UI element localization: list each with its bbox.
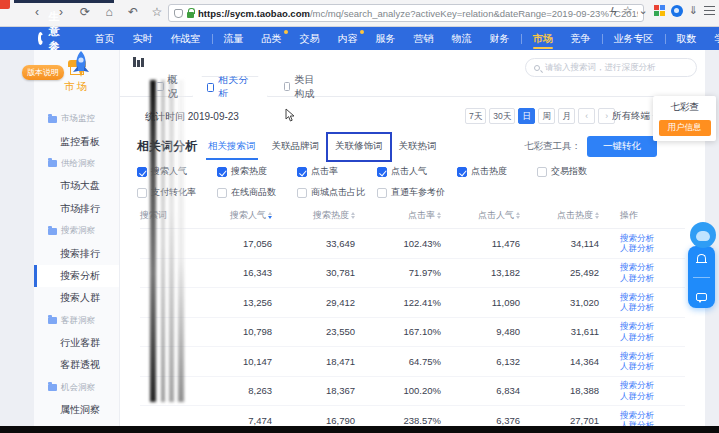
metric-搜索人气[interactable]: 搜索人气 bbox=[137, 165, 217, 178]
sidebar-item-市场排行[interactable]: 市场排行 bbox=[34, 198, 119, 220]
checkbox-checked[interactable] bbox=[217, 167, 227, 177]
download-icon[interactable]: ⇓ bbox=[689, 4, 698, 17]
assistant-mascot-icon[interactable] bbox=[690, 222, 716, 248]
sidebar-item-搜索排行[interactable]: 搜索排行 bbox=[34, 242, 119, 264]
nav-item-内容[interactable]: 内容 bbox=[329, 27, 367, 50]
col-header-搜索热度[interactable]: 搜索热度 bbox=[272, 209, 355, 222]
one-key-convert-button[interactable]: 一键转化 bbox=[587, 136, 657, 157]
version-note-badge[interactable]: 版本说明 bbox=[22, 65, 64, 80]
col-header-点击人气[interactable]: 点击人气 bbox=[441, 209, 520, 222]
action-link-人群分析[interactable]: 人群分析 bbox=[620, 391, 685, 402]
sidebar-item-市场大盘[interactable]: 市场大盘 bbox=[34, 175, 119, 197]
chat-icon[interactable] bbox=[696, 293, 707, 301]
nav-item-市场[interactable]: 市场 bbox=[524, 27, 562, 50]
checkbox-unchecked[interactable] bbox=[217, 188, 227, 198]
word-tab-关联热词[interactable]: 关联热词 bbox=[399, 140, 437, 160]
nav-item-取数[interactable]: 取数 bbox=[668, 27, 706, 50]
sidebar-item-监控看板[interactable]: 监控看板 bbox=[34, 130, 119, 152]
nav-item-服务[interactable]: 服务 bbox=[367, 27, 405, 50]
metric-交易指数[interactable]: 交易指数 bbox=[537, 165, 617, 178]
nav-item-实时[interactable]: 实时 bbox=[124, 27, 162, 50]
home-button[interactable]: ⌂ bbox=[102, 5, 116, 19]
action-link-人群分析[interactable]: 人群分析 bbox=[620, 273, 685, 284]
action-link-人群分析[interactable]: 人群分析 bbox=[620, 332, 685, 343]
nav-item-财务[interactable]: 财务 bbox=[481, 27, 519, 50]
checkbox-unchecked[interactable] bbox=[137, 188, 147, 198]
tab-相关分析[interactable]: 相关分析 bbox=[192, 76, 268, 97]
metric-点击热度[interactable]: 点击热度 bbox=[457, 165, 537, 178]
sidebar-item-市场监控[interactable]: 市场监控 bbox=[34, 108, 119, 130]
tab-类目构成[interactable]: 类目构成 bbox=[270, 76, 338, 97]
sidebar-item-供给洞察[interactable]: 供给洞察 bbox=[34, 153, 119, 175]
qicai-menu-item[interactable]: 七彩查 bbox=[653, 96, 716, 120]
keyword-search-input[interactable]: 请输入搜索词，进行深度分析 bbox=[525, 58, 697, 77]
lightning-icon[interactable]: ϟ bbox=[611, 5, 617, 17]
action-link-人群分析[interactable]: 人群分析 bbox=[620, 302, 685, 313]
nav-item-业务专区[interactable]: 业务专区 bbox=[605, 27, 663, 50]
checkbox-unchecked[interactable] bbox=[377, 188, 387, 198]
col-header-搜索人气[interactable]: 搜索人气 bbox=[200, 209, 272, 222]
action-link-人群分析[interactable]: 人群分析 bbox=[620, 361, 685, 372]
sidebar-item-客群透视[interactable]: 客群透视 bbox=[34, 354, 119, 376]
range-7天[interactable]: 7天 bbox=[465, 108, 486, 124]
sidebar-item-搜索分析[interactable]: 搜索分析 bbox=[34, 265, 119, 287]
checkbox-checked[interactable] bbox=[377, 167, 387, 177]
action-link-搜索分析[interactable]: 搜索分析 bbox=[620, 351, 685, 362]
reload-button[interactable]: ⟳ bbox=[78, 5, 92, 19]
col-header-点击率[interactable]: 点击率 bbox=[355, 209, 441, 222]
metric-点击率[interactable]: 点击率 bbox=[297, 165, 377, 178]
extensions-grid-icon[interactable] bbox=[654, 5, 665, 16]
word-tab-关联修饰词[interactable]: 关联修饰词 bbox=[335, 140, 383, 160]
nav-item-作战室[interactable]: 作战室 bbox=[162, 27, 210, 50]
action-link-搜索分析[interactable]: 搜索分析 bbox=[620, 292, 685, 303]
word-tab-关联品牌词[interactable]: 关联品牌词 bbox=[272, 140, 320, 160]
favorite-star-icon[interactable]: ☆ bbox=[623, 4, 633, 17]
checkbox-checked[interactable] bbox=[137, 167, 147, 177]
range-月[interactable]: 月 bbox=[558, 108, 575, 124]
nav-item-物流[interactable]: 物流 bbox=[443, 27, 481, 50]
checkbox-checked[interactable] bbox=[297, 167, 307, 177]
range-周[interactable]: 周 bbox=[538, 108, 555, 124]
action-link-搜索分析[interactable]: 搜索分析 bbox=[620, 410, 685, 421]
tab-概况[interactable]: 概况 bbox=[142, 76, 200, 97]
prev-date-button[interactable]: ‹ bbox=[578, 108, 595, 124]
nav-item-品类[interactable]: 品类 bbox=[253, 27, 291, 50]
action-link-搜索分析[interactable]: 搜索分析 bbox=[620, 233, 685, 244]
metric-直通车参考价[interactable]: 直通车参考价 bbox=[377, 186, 457, 199]
action-link-搜索分析[interactable]: 搜索分析 bbox=[620, 380, 685, 391]
metric-在线商品数[interactable]: 在线商品数 bbox=[217, 186, 297, 199]
sidebar-item-属性洞察[interactable]: 属性洞察 bbox=[34, 399, 119, 421]
nav-item-流量[interactable]: 流量 bbox=[215, 27, 253, 50]
sidebar-item-搜索洞察[interactable]: 搜索洞察 bbox=[34, 220, 119, 242]
checkbox-unchecked[interactable] bbox=[297, 188, 307, 198]
col-header-点击热度[interactable]: 点击热度 bbox=[520, 209, 599, 222]
rocket-mascot-icon[interactable] bbox=[68, 50, 94, 84]
action-link-搜索分析[interactable]: 搜索分析 bbox=[620, 262, 685, 273]
bell-icon[interactable] bbox=[697, 254, 706, 262]
range-30天[interactable]: 30天 bbox=[489, 108, 515, 124]
action-link-人群分析[interactable]: 人群分析 bbox=[620, 243, 685, 254]
user-info-badge[interactable]: 用户信息 bbox=[659, 120, 711, 136]
metric-商城点击占比[interactable]: 商城点击占比 bbox=[297, 186, 377, 199]
nav-item-竞争[interactable]: 竞争 bbox=[562, 27, 600, 50]
metric-支付转化率[interactable]: 支付转化率 bbox=[137, 186, 217, 199]
sidebar-item-客群洞察[interactable]: 客群洞察 bbox=[34, 310, 119, 332]
bookmark-star-icon[interactable]: ☆ bbox=[150, 5, 164, 19]
range-日[interactable]: 日 bbox=[518, 108, 535, 124]
nav-item-营销[interactable]: 营销 bbox=[405, 27, 443, 50]
word-tab-相关搜索词[interactable]: 相关搜索词 bbox=[208, 140, 256, 160]
browser-profile-icon[interactable] bbox=[671, 5, 683, 17]
menu-icon[interactable] bbox=[704, 6, 715, 15]
nav-item-首页[interactable]: 首页 bbox=[86, 27, 124, 50]
sidebar-item-机会洞察[interactable]: 机会洞察 bbox=[34, 377, 119, 399]
nav-item-交易[interactable]: 交易 bbox=[291, 27, 329, 50]
nav-item-学院[interactable]: 学院 bbox=[706, 27, 719, 50]
checkbox-checked[interactable] bbox=[457, 167, 467, 177]
metric-搜索热度[interactable]: 搜索热度 bbox=[217, 165, 297, 178]
undo-button[interactable]: ↶ bbox=[126, 5, 140, 19]
checkbox-unchecked[interactable] bbox=[537, 167, 547, 177]
address-bar[interactable]: https://sycm.taobao.com/mc/mq/search_ana… bbox=[168, 4, 644, 22]
metric-点击人气[interactable]: 点击人气 bbox=[377, 165, 457, 178]
action-link-搜索分析[interactable]: 搜索分析 bbox=[620, 321, 685, 332]
chevron-down-icon[interactable]: ⌄ bbox=[639, 4, 648, 17]
